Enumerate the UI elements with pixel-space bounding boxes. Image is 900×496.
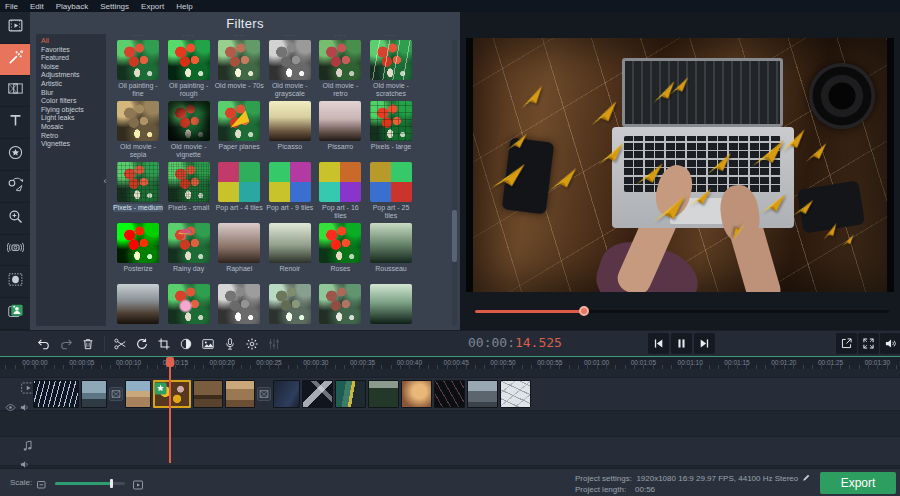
video-track-mute-icon[interactable]	[19, 398, 30, 407]
filter-graygreen[interactable]	[265, 284, 315, 326]
category-all[interactable]: All	[41, 37, 106, 46]
zoom-in-timeline-icon[interactable]	[132, 477, 144, 489]
export-button[interactable]: Export	[820, 472, 896, 494]
filter-pixels-medium[interactable]: Pixels - medium	[113, 162, 163, 212]
timeline-clip-couple[interactable]	[401, 380, 432, 408]
filter-thumbnail[interactable]	[319, 284, 361, 324]
timeline-clip-streaks[interactable]	[33, 380, 79, 408]
filter-thumbnail[interactable]	[269, 101, 311, 141]
menu-file[interactable]: File	[5, 2, 18, 11]
category-flying-objects[interactable]: Flying objects	[41, 106, 106, 115]
filter-old-movie-grayscale[interactable]: Old movie - grayscale	[265, 40, 315, 98]
previous-frame-button[interactable]	[648, 333, 669, 354]
zoom-out-timeline-icon[interactable]	[36, 477, 48, 489]
timeline-clip-desk[interactable]	[335, 380, 366, 408]
filter-ggreen3[interactable]	[366, 284, 416, 326]
timeline-clip-street[interactable]	[467, 380, 498, 408]
timeline-clip-beach[interactable]	[125, 380, 151, 408]
color-adjustments-button[interactable]	[176, 334, 196, 354]
filter-thumbnail[interactable]	[117, 40, 159, 80]
sidebar-item-stickers[interactable]	[0, 139, 30, 171]
filter-thumbnail[interactable]	[319, 223, 361, 263]
filter-rainy-day[interactable]: Rainy day	[164, 223, 214, 273]
filter-thumbnail[interactable]	[370, 162, 412, 202]
menu-export[interactable]: Export	[141, 2, 164, 11]
sidebar-item-account[interactable]	[0, 298, 30, 330]
transition-clip[interactable]	[257, 387, 271, 401]
filter-renoir[interactable]: Renoir	[265, 223, 315, 273]
sidebar-item-titles[interactable]	[0, 107, 30, 139]
category-mosaic[interactable]: Mosaic	[41, 123, 106, 132]
filter-thumbnail[interactable]	[168, 162, 210, 202]
filter-rousseau[interactable]: Rousseau	[366, 223, 416, 273]
filter-thumbnail[interactable]	[370, 223, 412, 263]
filter-roses[interactable]: Roses	[315, 223, 365, 273]
volume-button[interactable]	[880, 333, 900, 354]
timeline-clip-sea[interactable]	[81, 380, 107, 408]
filter-thumbnail[interactable]	[168, 101, 210, 141]
filter-pop-art-9-tiles[interactable]: Pop art - 9 tiles	[265, 162, 315, 212]
filter-thumbnail[interactable]	[269, 162, 311, 202]
timeline-clip-geo[interactable]	[302, 380, 333, 408]
filter-thumbnail[interactable]	[218, 40, 260, 80]
timeline-clip-web[interactable]	[500, 380, 531, 408]
timeline-clip-planes[interactable]	[153, 380, 191, 408]
filter-old-movie-70s[interactable]: Old movie - 70s	[214, 40, 264, 90]
filter-pissarro[interactable]: Pissarro	[315, 101, 365, 151]
filter-old-movie-vignette[interactable]: Old movie - vignette	[164, 101, 214, 159]
menu-settings[interactable]: Settings	[100, 2, 129, 11]
sidebar-item-filters[interactable]	[0, 44, 30, 76]
collapse-panel-button[interactable]: ‹	[100, 172, 110, 190]
filter-thumbnail[interactable]	[269, 40, 311, 80]
filter-posterize[interactable]: Posterize	[113, 223, 163, 273]
seek-handle[interactable]	[579, 306, 589, 316]
filter-old-movie-sepia[interactable]: Old movie - sepia	[113, 101, 163, 159]
filter-thumbnail[interactable]	[218, 284, 260, 324]
filter-thumbnail[interactable]	[319, 40, 361, 80]
filter-paper-planes[interactable]: Paper planes	[214, 101, 264, 151]
undo-button[interactable]	[34, 334, 54, 354]
edit-settings-icon[interactable]	[802, 473, 811, 482]
filter-pop-art-25-tiles[interactable]: Pop art - 25 tiles	[366, 162, 416, 220]
menu-edit[interactable]: Edit	[30, 2, 44, 11]
filter-thumbnail[interactable]	[117, 284, 159, 324]
filter-thumbnail[interactable]	[218, 223, 260, 263]
category-noise[interactable]: Noise	[41, 63, 106, 72]
filter-picasso[interactable]: Picasso	[265, 101, 315, 151]
crop-button[interactable]	[154, 334, 174, 354]
filter-flower[interactable]	[164, 284, 214, 326]
transition-clip[interactable]	[109, 387, 123, 401]
insert-image-button[interactable]	[198, 334, 218, 354]
filter-pop-art-16-tiles[interactable]: Pop art - 16 tiles	[315, 162, 365, 220]
filter-raphael[interactable]: Raphael	[214, 223, 264, 273]
timeline-scale-slider[interactable]	[55, 482, 125, 485]
timeline-clip-forest[interactable]	[368, 380, 399, 408]
playhead[interactable]	[169, 357, 171, 463]
filter-thumbnail[interactable]	[117, 223, 159, 263]
filter-thumbnail[interactable]	[370, 284, 412, 324]
filter-thumbnail[interactable]	[269, 284, 311, 324]
timeline-clip-plant[interactable]	[434, 380, 465, 408]
category-light-leaks[interactable]: Light leaks	[41, 114, 106, 123]
fullscreen-button[interactable]	[858, 333, 879, 354]
timeline-clip-cafe[interactable]	[193, 380, 223, 408]
filter-gray2[interactable]	[214, 284, 264, 326]
audio-track-lane[interactable]	[0, 436, 900, 466]
filter-thumbnail[interactable]	[168, 223, 210, 263]
category-color-filters[interactable]: Color filters	[41, 97, 106, 106]
filter-grid-scrollbar[interactable]	[452, 40, 457, 326]
category-favorites[interactable]: Favorites	[41, 46, 106, 55]
filter-thumbnail[interactable]	[168, 284, 210, 324]
filter-gblue[interactable]	[113, 284, 163, 326]
timeline-clip-darkblue[interactable]	[273, 380, 300, 408]
filter-thumbnail[interactable]	[319, 101, 361, 141]
scrollbar-thumb[interactable]	[452, 210, 457, 262]
category-retro[interactable]: Retro	[41, 132, 106, 141]
category-vignettes[interactable]: Vignettes	[41, 140, 106, 149]
category-adjustments[interactable]: Adjustments	[41, 71, 106, 80]
category-artistic[interactable]: Artistic	[41, 80, 106, 89]
filter-thumbnail[interactable]	[370, 101, 412, 141]
delete-button[interactable]	[78, 334, 98, 354]
audio-track-mute-icon[interactable]	[19, 455, 30, 464]
filter-pixels-small[interactable]: Pixels - small	[164, 162, 214, 212]
